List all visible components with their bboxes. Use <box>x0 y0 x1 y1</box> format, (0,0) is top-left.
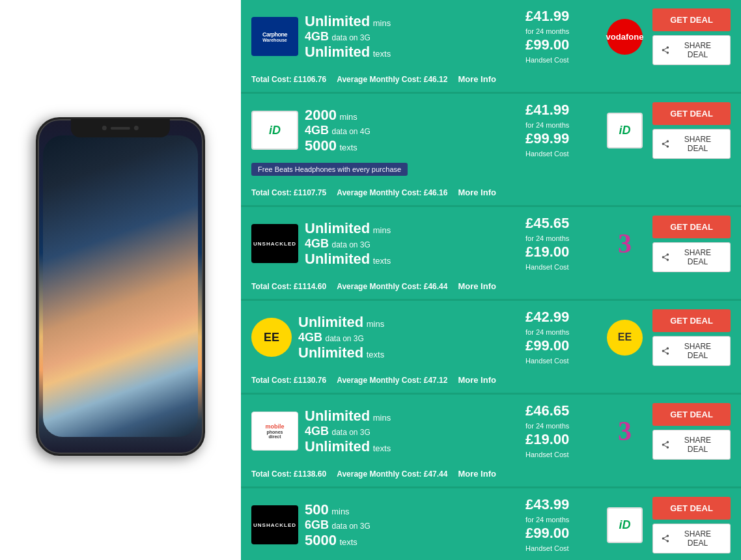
deal-texts: 5000 texts <box>305 137 519 154</box>
phone-image <box>36 117 205 456</box>
deal-main-row: UNSHACKLED500 mins6GB data on 3G5000 tex… <box>251 496 731 553</box>
deal-card: iD2000 mins4GB data on 4G5000 texts £41.… <box>241 94 741 207</box>
deal-footer: Total Cost: £1107.75 Average Monthly Cos… <box>251 184 731 197</box>
share-deal-button[interactable]: SHARE DEAL <box>652 242 731 272</box>
share-icon <box>661 534 670 543</box>
deal-actions: GET DEAL SHARE DEAL <box>652 309 731 366</box>
deal-mins: Unlimited mins <box>298 314 519 331</box>
deal-footer: Total Cost: £1114.60 Average Monthly Cos… <box>251 277 731 291</box>
get-deal-button[interactable]: GET DEAL <box>652 403 731 426</box>
deal-actions: GET DEAL SHARE DEAL <box>652 102 731 159</box>
deal-main-row: CarphoneWarehouseUnlimited mins4GB data … <box>251 8 731 65</box>
get-deal-button[interactable]: GET DEAL <box>652 216 731 238</box>
deal-texts: Unlimited texts <box>305 438 519 455</box>
handset-label: Handset Cost <box>525 451 569 458</box>
share-deal-button[interactable]: SHARE DEAL <box>652 35 731 65</box>
get-deal-button[interactable]: GET DEAL <box>652 309 731 332</box>
more-info-link[interactable]: More Info <box>458 74 496 84</box>
total-cost-label: Total Cost: £1130.76 <box>251 376 326 385</box>
deal-data: 6GB data on 3G <box>305 518 519 532</box>
deal-main-row: mobilephonesdirectUnlimited mins4GB data… <box>251 402 731 460</box>
share-deal-button[interactable]: SHARE DEAL <box>652 336 731 366</box>
handset-price: £99.00 <box>525 36 569 53</box>
duration: for 24 months <box>525 516 569 524</box>
monthly-price: £46.65 <box>525 402 569 419</box>
deal-info: 2000 mins4GB data on 4G5000 texts <box>305 107 519 154</box>
handset-label: Handset Cost <box>525 150 569 158</box>
get-deal-button[interactable]: GET DEAL <box>652 497 731 520</box>
deal-mins: Unlimited mins <box>305 408 519 425</box>
network-logo: iD <box>604 111 646 150</box>
network-logo: iD <box>604 505 646 544</box>
deal-card: UNSHACKLED500 mins6GB data on 3G5000 tex… <box>241 488 741 560</box>
deal-info: 500 mins6GB data on 3G5000 texts <box>305 501 519 549</box>
handset-price: £99.00 <box>525 337 569 354</box>
deal-data: 4GB data on 3G <box>298 331 519 344</box>
deal-actions: GET DEAL SHARE DEAL <box>652 216 731 272</box>
duration: for 24 months <box>525 328 569 336</box>
deal-texts: Unlimited texts <box>305 44 519 61</box>
total-cost-label: Total Cost: £1106.76 <box>251 75 326 84</box>
monthly-price: £45.65 <box>525 215 569 231</box>
handset-price: £99.00 <box>525 525 569 541</box>
deal-data: 4GB data on 3G <box>305 30 519 44</box>
deal-actions: GET DEAL SHARE DEAL <box>652 497 731 553</box>
deal-info: Unlimited mins4GB data on 3GUnlimited te… <box>305 408 519 455</box>
share-deal-button[interactable]: SHARE DEAL <box>652 430 731 460</box>
deal-price: £45.65 for 24 months £19.00 Handset Cost <box>525 215 597 272</box>
retailer-logo: CarphoneWarehouse <box>251 17 298 56</box>
deal-info: Unlimited mins4GB data on 3GUnlimited te… <box>305 13 519 61</box>
deal-card: mobilephonesdirectUnlimited mins4GB data… <box>241 395 741 488</box>
phone-display <box>0 0 241 560</box>
total-cost-label: Total Cost: £1114.60 <box>251 282 326 291</box>
retailer-logo: EE <box>251 318 292 357</box>
deal-info: Unlimited mins4GB data on 3GUnlimited te… <box>298 314 519 361</box>
monthly-price: £43.99 <box>525 496 569 512</box>
share-deal-button[interactable]: SHARE DEAL <box>652 129 731 159</box>
handset-price: £19.00 <box>525 244 569 260</box>
avg-monthly-label: Average Monthly Cost: £46.16 <box>337 188 447 197</box>
more-info-link[interactable]: More Info <box>458 469 496 479</box>
duration: for 24 months <box>525 121 569 129</box>
deal-mins: 2000 mins <box>305 107 519 124</box>
deal-main-row: iD2000 mins4GB data on 4G5000 texts £41.… <box>251 102 731 159</box>
get-deal-button[interactable]: GET DEAL <box>652 102 731 125</box>
total-cost-label: Total Cost: £1138.60 <box>251 469 326 479</box>
handset-label: Handset Cost <box>525 263 569 271</box>
retailer-logo: mobilephonesdirect <box>251 412 298 451</box>
monthly-price: £41.99 <box>525 102 569 118</box>
share-deal-button[interactable]: SHARE DEAL <box>652 524 731 553</box>
more-info-link[interactable]: More Info <box>458 188 496 197</box>
deal-footer: Total Cost: £1130.76 Average Monthly Cos… <box>251 371 731 385</box>
network-logo: 3 <box>604 412 646 451</box>
deal-price: £43.99 for 24 months £99.00 Handset Cost <box>525 496 597 553</box>
deal-card: EEUnlimited mins4GB data on 3GUnlimited … <box>241 301 741 395</box>
retailer-logo: UNSHACKLED <box>251 224 298 263</box>
monthly-price: £41.99 <box>525 8 569 24</box>
deal-actions: GET DEAL SHARE DEAL <box>652 8 731 65</box>
deal-data: 4GB data on 3G <box>305 425 519 438</box>
more-info-link[interactable]: More Info <box>458 375 496 385</box>
deal-footer: Total Cost: £1106.76 Average Monthly Cos… <box>251 70 731 84</box>
handset-price: £19.00 <box>525 431 569 447</box>
get-deal-button[interactable]: GET DEAL <box>652 8 731 31</box>
deal-price: £42.99 for 24 months £99.00 Handset Cost <box>525 309 597 366</box>
deal-mins: 500 mins <box>305 501 519 518</box>
deal-texts: 5000 texts <box>305 532 519 549</box>
more-info-link[interactable]: More Info <box>458 281 496 291</box>
retailer-logo: UNSHACKLED <box>251 505 298 544</box>
retailer-logo: iD <box>251 111 298 150</box>
avg-monthly-label: Average Monthly Cost: £46.12 <box>337 75 447 84</box>
avg-monthly-label: Average Monthly Cost: £47.44 <box>337 469 447 479</box>
deal-price: £41.99 for 24 months £99.99 Handset Cost <box>525 102 597 159</box>
deal-texts: Unlimited texts <box>305 251 519 268</box>
deal-info: Unlimited mins4GB data on 3GUnlimited te… <box>305 220 519 268</box>
duration: for 24 months <box>525 27 569 35</box>
deals-list: CarphoneWarehouseUnlimited mins4GB data … <box>241 0 741 560</box>
total-cost-label: Total Cost: £1107.75 <box>251 188 326 197</box>
share-icon <box>661 139 670 148</box>
deal-main-row: UNSHACKLEDUnlimited mins4GB data on 3GUn… <box>251 215 731 272</box>
handset-label: Handset Cost <box>525 357 569 365</box>
share-icon <box>661 440 670 449</box>
share-icon <box>661 46 670 55</box>
